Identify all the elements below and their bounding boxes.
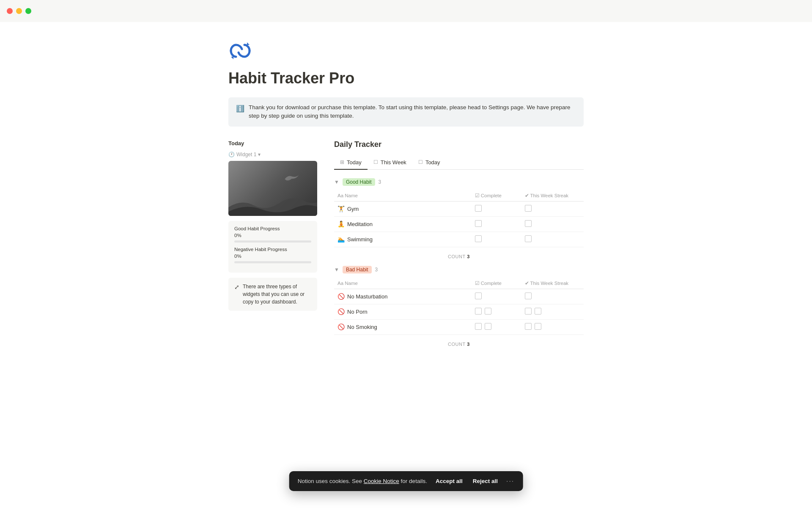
- good-habit-table: Aa Name ☑ Complete ✔ This Week Streak: [334, 190, 584, 247]
- habit-row-no-masturbation: 🚫 No Masturbation: [334, 289, 584, 304]
- no-smoking-icon: 🚫: [337, 323, 345, 330]
- gym-complete-checkbox[interactable]: [475, 205, 482, 212]
- good-habit-arrow[interactable]: ▼: [334, 179, 339, 185]
- good-habit-count-row: COUNT 3: [334, 251, 584, 266]
- info-banner: ℹ️ Thank you for download or purchase th…: [228, 97, 584, 127]
- habit-row-no-porn: 🚫 No Porn: [334, 304, 584, 319]
- no-porn-streak-checkbox-2[interactable]: [535, 308, 541, 315]
- no-masturbation-streak-checkbox[interactable]: [525, 293, 532, 299]
- no-masturbation-complete-checkbox[interactable]: [475, 293, 482, 299]
- info-icon: ℹ️: [236, 104, 244, 114]
- minimize-button[interactable]: [16, 8, 22, 14]
- hint-box: ⤢ There are three types of widgets that …: [228, 278, 317, 311]
- calendar-icon-today: ☐: [418, 159, 423, 165]
- col-complete-header-good: ☑ Complete: [472, 190, 521, 202]
- habit-row-swimming: 🏊 Swimming: [334, 232, 584, 247]
- habit-name-meditation: 🧘 Meditation: [334, 216, 472, 232]
- no-smoking-label: No Smoking: [347, 324, 377, 330]
- col-name-header-good: Aa Name: [334, 190, 472, 202]
- meditation-label: Meditation: [347, 221, 373, 227]
- calendar-icon-week: ☐: [373, 159, 378, 165]
- widget-label[interactable]: 🕐 Widget 1 ▾: [228, 152, 317, 157]
- tab-today-2-label: Today: [425, 159, 440, 166]
- tabs-container: ⊞ Today ☐ This Week ☐ Today: [334, 156, 584, 170]
- bad-habit-count-row: COUNT 3: [334, 338, 584, 353]
- no-porn-complete-checkbox[interactable]: [475, 308, 482, 315]
- bad-count-val: 3: [467, 342, 470, 347]
- meditation-streak-checkbox[interactable]: [525, 220, 532, 227]
- bad-count-label: COUNT: [448, 342, 466, 347]
- widget-dropdown-icon[interactable]: ▾: [258, 152, 261, 157]
- swimming-complete-cell: [472, 232, 521, 247]
- svg-marker-0: [247, 42, 250, 45]
- good-habit-header: ▼ Good Habit 3: [334, 178, 584, 186]
- widget-image: [228, 161, 317, 216]
- main-layout: Today 🕐 Widget 1 ▾ Good Habit: [228, 140, 584, 353]
- tab-today-2[interactable]: ☐ Today: [412, 156, 446, 170]
- no-smoking-streak-checkbox-2[interactable]: [535, 323, 541, 330]
- page-title: Habit Tracker Pro: [228, 69, 584, 87]
- good-count-val: 3: [467, 254, 470, 259]
- bad-habit-badge: Bad Habit: [343, 266, 372, 273]
- habit-name-no-smoking: 🚫 No Smoking: [334, 319, 472, 334]
- tracker-heading: Daily Tracker: [334, 140, 584, 149]
- check-icon-bad: ☑: [475, 281, 481, 286]
- page-icon: [228, 39, 584, 63]
- info-banner-text: Thank you for download or purchase this …: [249, 103, 576, 121]
- no-porn-icon: 🚫: [337, 308, 345, 315]
- right-column: Daily Tracker ⊞ Today ☐ This Week ☐ Toda…: [334, 140, 584, 353]
- good-habit-badge: Good Habit: [343, 178, 375, 186]
- bad-habit-arrow[interactable]: ▼: [334, 267, 339, 273]
- col-streak-header-good: ✔ This Week Streak: [521, 190, 584, 202]
- col-streak-header-bad: ✔ This Week Streak: [521, 278, 584, 289]
- no-masturbation-icon: 🚫: [337, 293, 345, 300]
- tab-today[interactable]: ⊞ Today: [334, 156, 368, 170]
- expand-icon: ⤢: [234, 283, 239, 306]
- good-habit-bar: [234, 240, 311, 243]
- gym-complete-cell: [472, 201, 521, 216]
- habit-name-no-porn: 🚫 No Porn: [334, 304, 472, 319]
- good-habit-pct: 0%: [234, 233, 311, 238]
- left-column: Today 🕐 Widget 1 ▾ Good Habit: [228, 140, 317, 311]
- shield-icon: ✔: [525, 193, 530, 198]
- bad-habit-header: ▼ Bad Habit 3: [334, 266, 584, 273]
- gym-label: Gym: [347, 206, 359, 212]
- col-name-header-bad: Aa Name: [334, 278, 472, 289]
- no-masturbation-label: No Masturbation: [347, 293, 387, 300]
- close-button[interactable]: [7, 8, 13, 14]
- tab-today-label: Today: [347, 159, 362, 166]
- text-icon-bad: Aa: [337, 281, 345, 286]
- swimming-streak-checkbox[interactable]: [525, 235, 532, 242]
- habit-row-meditation: 🧘 Meditation: [334, 216, 584, 232]
- table-icon: ⊞: [340, 159, 344, 165]
- habit-name-gym: 🏋️ Gym: [334, 201, 472, 216]
- svg-marker-1: [231, 57, 233, 59]
- no-smoking-complete-cell: [472, 319, 521, 334]
- meditation-complete-checkbox[interactable]: [475, 220, 482, 227]
- today-heading: Today: [228, 140, 317, 146]
- bad-habit-count: 3: [375, 267, 378, 273]
- no-smoking-complete-checkbox-2[interactable]: [485, 323, 491, 330]
- habit-row-gym: 🏋️ Gym: [334, 201, 584, 216]
- no-porn-streak-inline-checkbox[interactable]: [485, 308, 491, 315]
- meditation-icon: 🧘: [337, 221, 345, 227]
- no-masturbation-complete-cell: [472, 289, 521, 304]
- maximize-button[interactable]: [25, 8, 31, 14]
- no-smoking-streak-checkbox[interactable]: [525, 323, 532, 330]
- no-porn-complete-cell: [472, 304, 521, 319]
- gym-streak-checkbox[interactable]: [525, 205, 532, 212]
- swimming-icon: 🏊: [337, 236, 345, 243]
- clock-icon: 🕐: [228, 152, 235, 157]
- negative-habit-label: Negative Habit Progress: [234, 247, 311, 252]
- habit-name-swimming: 🏊 Swimming: [334, 232, 472, 247]
- tab-this-week[interactable]: ☐ This Week: [368, 156, 412, 170]
- no-smoking-complete-checkbox[interactable]: [475, 323, 482, 330]
- no-smoking-streak-cell: [521, 319, 584, 334]
- check-icon: ☑: [475, 193, 481, 198]
- good-count-label: COUNT: [448, 254, 466, 259]
- swimming-complete-checkbox[interactable]: [475, 235, 482, 242]
- negative-habit-pct: 0%: [234, 254, 311, 259]
- meditation-complete-cell: [472, 216, 521, 232]
- no-porn-streak-checkbox-1[interactable]: [525, 308, 532, 315]
- text-icon: Aa: [337, 193, 345, 198]
